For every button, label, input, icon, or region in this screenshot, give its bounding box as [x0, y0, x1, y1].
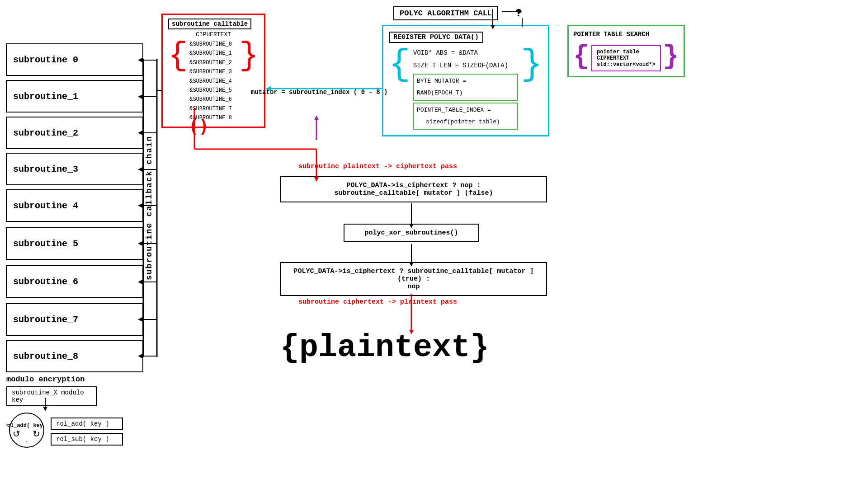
polyc-algo-box: POLYC ALGORITHM CALL: [393, 6, 498, 20]
pointer-right-brace: }: [663, 43, 679, 70]
subroutine-4-box: subroutine_4: [6, 189, 143, 222]
flow-box-1-line1: POLYC_DATA->is_ciphertext ? nop :: [290, 182, 537, 189]
calltable-ciphertext: CIPHERTEXT: [168, 31, 259, 38]
flow-box-3: POLYC_DATA->is_ciphertext ? subroutine_c…: [280, 262, 547, 296]
calltable-title: subroutine calltable: [168, 19, 251, 29]
plaintext-output: {plaintext}: [280, 330, 489, 366]
register-left-brace: {: [389, 47, 410, 130]
mutator-label: mutator = subroutine_index ( 0 - 8 ): [251, 89, 387, 96]
modulo-box1: subroutine_X modulo key: [6, 386, 97, 406]
subroutine-5-label: subroutine_5: [13, 239, 78, 249]
subroutine-6-box: subroutine_6: [6, 265, 143, 298]
subroutine-3-label: subroutine_3: [13, 164, 78, 174]
svg-text:↻: ↻: [33, 429, 40, 440]
subroutine-6-label: subroutine_6: [13, 277, 78, 287]
modulo-cycle-svg: rol_add( key ) ↺ ↻ .: [6, 410, 47, 450]
flow-box-2-text: polyc_xor_subroutines(): [364, 229, 458, 237]
flow-box-3-line1: POLYC_DATA->is_ciphertext ? subroutine_c…: [290, 267, 537, 283]
modulo-label: modulo encryption: [6, 375, 123, 384]
subroutine-8-box: subroutine_8: [6, 340, 143, 372]
modulo-box3: rol_sub( key ): [51, 433, 123, 446]
register-line3-box: BYTE MUTATOR = RAND(EPOCH_T): [413, 74, 518, 101]
pointer-table-inner: pointer_table CIPHERTEXT std::vector<voi…: [591, 45, 661, 71]
subroutine-0-label: subroutine_0: [13, 55, 78, 65]
svg-marker-40: [314, 115, 319, 120]
polyc-algo-title: POLYC ALGORITHM CALL: [400, 9, 492, 18]
svg-text:rol_add( key ): rol_add( key ): [6, 422, 47, 429]
pointer-search-box: POINTER TABLE SEARCH { pointer_table CIP…: [567, 25, 685, 77]
pointer-search-title: POINTER TABLE SEARCH: [573, 31, 679, 38]
svg-text:.: .: [25, 438, 28, 444]
paren-label: (): [189, 117, 208, 136]
subroutine-7-box: subroutine_7: [6, 303, 143, 336]
calltable-entries: &SUBROUTINE_0 &SUBROUTINE_1 &SUBROUTINE_…: [189, 40, 237, 123]
flow-box-3-line2: nop: [290, 283, 537, 291]
subroutine-7-label: subroutine_7: [13, 314, 78, 325]
modulo-box2: rol_add( key ): [51, 418, 123, 430]
callback-chain-label: subroutine callback chain: [145, 54, 154, 361]
subroutine-2-label: subroutine_2: [13, 128, 78, 138]
plaintext-pass1-label: subroutine plaintext -> ciphertext pass: [298, 163, 457, 170]
subroutine-1-box: subroutine_1: [6, 80, 143, 113]
calltable-right-brace: }: [239, 40, 259, 123]
subroutine-2-box: subroutine_2: [6, 117, 143, 149]
register-line2: SIZE_T LEN = SIZEOF(DATA): [413, 59, 518, 72]
svg-text:↺: ↺: [13, 429, 20, 440]
calltable-box: subroutine calltable CIPHERTEXT { &SUBRO…: [161, 14, 265, 128]
flow-box-2: polyc_xor_subroutines(): [344, 224, 479, 242]
subroutine-4-label: subroutine_4: [13, 201, 78, 211]
subroutine-3-box: subroutine_3: [6, 153, 143, 185]
subroutine-0-box: subroutine_0: [6, 43, 143, 76]
register-line45-box: POINTER_TABLE_INDEX = sizeof(pointer_tab…: [413, 103, 518, 130]
pointer-left-brace: {: [573, 43, 590, 70]
flow-box-1: POLYC_DATA->is_ciphertext ? nop : subrou…: [280, 176, 547, 202]
ciphertext-pass-label: subroutine ciphertext -> plaintext pass: [298, 298, 457, 306]
subroutine-5-box: subroutine_5: [6, 227, 143, 260]
question-mark: ?: [515, 7, 522, 19]
register-right-brace: }: [521, 47, 542, 130]
subroutine-1-label: subroutine_1: [13, 91, 78, 102]
modulo-section: modulo encryption subroutine_X modulo ke…: [6, 375, 123, 453]
calltable-left-brace: {: [168, 40, 188, 123]
subroutine-8-label: subroutine_8: [13, 351, 78, 361]
flow-box-1-line2: subroutine_calltable[ mutator ] (false): [290, 189, 537, 197]
register-polyc-box: REGISTER POLYC DATA() { VOID* ABS = &DAT…: [382, 25, 549, 136]
register-line1: VOID* ABS = &DATA: [413, 47, 518, 59]
register-polyc-title: REGISTER POLYC DATA(): [389, 32, 483, 43]
